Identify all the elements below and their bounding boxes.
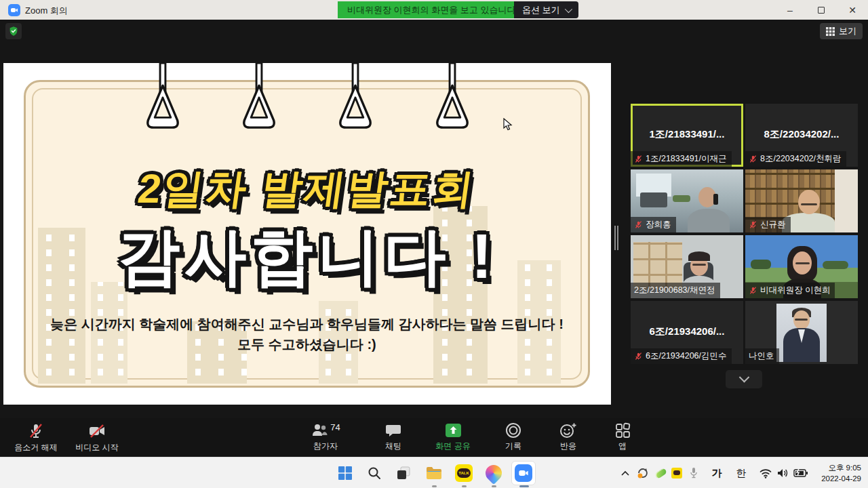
meeting-toolbar: 음소거 해제 비디오 시작 74 참가자 xyxy=(0,418,868,457)
share-screen-label: 화면 공유 xyxy=(435,441,470,452)
glasses xyxy=(795,262,810,264)
participant-label: 2조/21900683/채연정 xyxy=(634,285,715,296)
participant-tile[interactable]: 장희흥 xyxy=(631,169,743,232)
tray-sync-icon[interactable] xyxy=(635,464,651,483)
ime-mode-indicator[interactable]: 가 xyxy=(708,464,726,483)
share-screen-button[interactable]: 화면 공유 xyxy=(424,422,482,452)
participants-count: 74 xyxy=(330,422,340,432)
file-explorer-icon[interactable] xyxy=(425,464,443,483)
participants-icon xyxy=(311,422,328,439)
participant-name-tag: 1조/21833491/이재근 xyxy=(631,151,732,167)
participant-label: 8조/22034202/천휘람 xyxy=(760,153,842,165)
volume-icon[interactable] xyxy=(774,464,791,483)
participant-label: 6조/21934206/김민수 xyxy=(646,350,727,362)
person-silhouette xyxy=(688,209,730,232)
security-shield-icon[interactable] xyxy=(5,23,22,39)
participants-label: 참가자 xyxy=(313,441,338,452)
more-participants-button[interactable] xyxy=(726,370,762,388)
slide-body-text: 늦은 시간까지 학술제에 참여해주신 교수님과 학우님들께 감사하다는 말씀 드… xyxy=(26,314,588,354)
ime-language-indicator[interactable]: 한 xyxy=(732,464,750,483)
hanging-strap-icon xyxy=(237,63,281,131)
video-tree xyxy=(751,260,771,269)
participant-display-name: 8조/22034202/... xyxy=(745,128,858,141)
chevron-down-icon xyxy=(564,5,572,12)
view-options-label: 옵션 보기 xyxy=(522,4,560,16)
participants-button[interactable]: 74 참가자 xyxy=(298,422,353,452)
muted-mic-icon xyxy=(27,422,45,440)
participant-name-tag: 8조/22034202/천휘람 xyxy=(745,151,846,167)
reactions-button[interactable]: 반응 xyxy=(545,422,592,452)
participant-tile[interactable]: 6조/21934206/... 6조/21934206/김민수 xyxy=(631,301,743,364)
title-bar: Zoom 회의 비대위원장 이현희의 화면을 보고 있습니다 옵션 보기 – ✕ xyxy=(0,0,868,20)
record-button[interactable]: 기록 xyxy=(490,422,537,452)
participant-tile[interactable]: 1조/21833491/... 1조/21833491/이재근 xyxy=(631,104,743,167)
search-icon[interactable] xyxy=(365,464,384,483)
apps-button[interactable]: 앱 xyxy=(602,422,643,452)
chat-button[interactable]: 채팅 xyxy=(370,422,417,452)
kakao-label: TALK xyxy=(458,471,469,475)
slide-title: 2일차 발제발표회 xyxy=(22,162,591,217)
record-icon xyxy=(505,422,521,439)
video-tree xyxy=(823,261,848,269)
grid-view-icon xyxy=(826,27,835,36)
participant-tile[interactable]: 비대위원장 이현희 xyxy=(745,235,858,298)
mouse-cursor xyxy=(503,118,513,131)
participant-label: 장희흥 xyxy=(646,219,671,230)
minimize-button[interactable]: – xyxy=(774,0,806,20)
paint-drop-icon[interactable] xyxy=(484,464,503,483)
participant-display-name: 1조/21833491/... xyxy=(631,128,743,141)
kakaotalk-icon[interactable]: TALK xyxy=(454,464,473,483)
tray-capsule-icon[interactable] xyxy=(652,464,669,483)
view-options-button[interactable]: 옵션 보기 xyxy=(514,1,578,18)
tray-kakaotalk-icon[interactable] xyxy=(669,464,685,483)
phone xyxy=(713,194,718,205)
glasses xyxy=(692,264,706,266)
zoom-taskbar-icon[interactable] xyxy=(511,461,536,485)
screen-share-notification: 비대위원장 이현희의 화면을 보고 있습니다 xyxy=(338,1,525,18)
participant-label: 비대위원장 이현희 xyxy=(760,285,830,296)
chat-icon xyxy=(385,422,401,439)
slide-body-line1: 늦은 시간까지 학술제에 참여해주신 교수님과 학우님들께 감사하다는 말씀 드… xyxy=(26,314,588,334)
task-view-icon[interactable] xyxy=(394,464,413,483)
running-indicator-active xyxy=(519,485,529,487)
tray-chevron-up-icon[interactable] xyxy=(618,464,632,483)
tray-mic-icon[interactable] xyxy=(686,464,701,483)
zoom-app-icon xyxy=(8,4,20,16)
clock-time: 오후 9:05 xyxy=(821,462,861,473)
hanging-strap-icon xyxy=(431,63,474,131)
slide-body-line2: 모두 수고하셨습니다 :) xyxy=(26,334,588,354)
running-indicator xyxy=(492,485,496,487)
panel-resize-handle[interactable] xyxy=(614,226,619,250)
slide-headline: 감사합니다 ! xyxy=(26,215,588,299)
restore-button[interactable] xyxy=(806,0,837,20)
participant-label: 신규환 xyxy=(760,219,786,230)
view-button-label: 보기 xyxy=(839,25,856,37)
wifi-icon[interactable] xyxy=(758,464,773,483)
participant-tile[interactable]: 나인호 xyxy=(745,301,858,364)
apps-icon xyxy=(614,422,631,439)
close-button[interactable]: ✕ xyxy=(837,0,868,20)
reactions-label: 반응 xyxy=(560,441,576,452)
participant-tile[interactable]: 8조/22034202/... 8조/22034202/천휘람 xyxy=(745,104,858,167)
share-screen-icon xyxy=(444,422,462,439)
participant-name-tag: 나인호 xyxy=(745,348,779,364)
participant-tile[interactable]: 신규환 xyxy=(745,169,858,232)
participant-name-tag: 6조/21934206/김민수 xyxy=(631,348,732,364)
restore-icon xyxy=(818,7,825,14)
participant-name-tag: 장희흥 xyxy=(631,217,676,232)
participant-name-tag: 2조/21900683/채연정 xyxy=(631,283,720,298)
hanging-strap-icon xyxy=(334,63,377,131)
taskbar-clock[interactable]: 오후 9:05 2022-04-29 xyxy=(821,462,861,484)
battery-icon[interactable] xyxy=(792,464,810,483)
muted-mic-icon xyxy=(749,286,757,295)
start-button[interactable] xyxy=(336,464,355,483)
unmute-button[interactable]: 음소거 해제 xyxy=(7,422,65,453)
participant-tile[interactable]: 2조/21900683/채연정 xyxy=(631,235,743,298)
gallery-view-button[interactable]: 보기 xyxy=(820,23,863,39)
start-video-button[interactable]: 비디오 시작 xyxy=(68,422,126,453)
reactions-icon xyxy=(559,422,577,439)
hair xyxy=(688,251,710,261)
participant-display-name: 6조/21934206/... xyxy=(631,325,743,338)
participant-name-tag: 신규환 xyxy=(745,217,791,232)
record-label: 기록 xyxy=(505,441,521,452)
